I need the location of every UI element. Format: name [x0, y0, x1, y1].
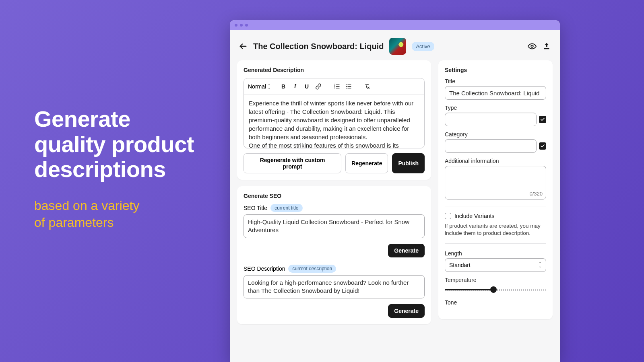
regenerate-custom-button[interactable]: Regenerate with custom prompt	[244, 153, 341, 173]
seo-title-label: SEO Title	[244, 205, 267, 211]
link-button[interactable]	[314, 82, 323, 91]
preview-eye-icon[interactable]	[528, 42, 537, 51]
additional-info-counter: 0/320	[529, 191, 543, 197]
svg-point-12	[346, 86, 347, 87]
bold-button[interactable]: B	[279, 82, 288, 91]
category-input[interactable]	[445, 139, 537, 153]
temperature-slider[interactable]	[445, 285, 546, 294]
type-label: Type	[445, 105, 546, 111]
include-variants-checkbox[interactable]	[445, 213, 451, 219]
additional-info-input[interactable]: 0/320	[445, 166, 546, 200]
underline-button[interactable]: U	[302, 82, 312, 91]
settings-title: Settings	[445, 67, 546, 73]
seo-description-label: SEO Description	[244, 265, 285, 272]
italic-button[interactable]: I	[290, 82, 300, 91]
hero-sub-1: based on a variety	[34, 198, 140, 213]
seo-description-generate-button[interactable]: Generate	[388, 304, 425, 318]
seo-title-input[interactable]	[244, 214, 425, 238]
svg-point-13	[346, 88, 347, 88]
svg-point-11	[346, 84, 347, 85]
rich-text-editor: Normal ⌃⌄ B I U 123	[244, 78, 425, 148]
window-dot-max[interactable]	[245, 24, 248, 27]
temperature-label: Temperature	[445, 277, 546, 283]
regenerate-button[interactable]: Regenerate	[345, 153, 388, 173]
publish-button[interactable]: Publish	[392, 153, 425, 173]
window-dot-min[interactable]	[240, 24, 243, 27]
generate-seo-card: Generate SEO SEO Title current title Gen…	[237, 186, 431, 324]
paragraph-style-select[interactable]: Normal ⌃⌄	[248, 83, 271, 90]
clear-formatting-button[interactable]	[362, 82, 372, 91]
include-variants-label: Include Variants	[454, 213, 494, 219]
slider-thumb[interactable]	[490, 286, 497, 293]
seo-description-chip: current description	[288, 265, 336, 273]
share-icon[interactable]	[542, 42, 551, 51]
divider-2	[445, 243, 546, 244]
length-value: Standart	[449, 262, 471, 268]
product-thumbnail[interactable]	[389, 38, 406, 55]
tone-label: Tone	[445, 299, 546, 306]
hero-line-3: descriptions	[34, 156, 166, 182]
settings-card: Settings Title Type Category	[438, 60, 553, 319]
category-include-toggle[interactable]	[539, 142, 546, 150]
seo-title-generate-button[interactable]: Generate	[388, 244, 425, 257]
additional-info-label: Additional information	[445, 158, 546, 164]
page-header: The Collection Snowboard: Liquid Active	[230, 30, 560, 60]
hero-sub-2: of parameters	[34, 215, 114, 230]
length-label: Length	[445, 250, 546, 257]
editor-toolbar: Normal ⌃⌄ B I U 123	[244, 78, 424, 95]
include-variants-help: If product variants are created, you may…	[445, 222, 546, 237]
browser-window: The Collection Snowboard: Liquid Active …	[230, 20, 560, 362]
paragraph-style-label: Normal	[248, 83, 266, 90]
hero-line-2: quality product	[34, 132, 194, 157]
seo-title-chip: current title	[270, 204, 302, 212]
length-select[interactable]: Standart	[445, 258, 546, 272]
seo-description-input[interactable]	[244, 275, 425, 299]
svg-point-1	[531, 45, 533, 47]
title-label: Title	[445, 78, 546, 84]
generated-description-title: Generated Description	[244, 67, 425, 73]
type-input[interactable]	[445, 113, 537, 126]
bullet-list-button[interactable]	[344, 82, 353, 91]
status-badge: Active	[412, 42, 434, 51]
editor-content[interactable]: Experience the thrill of winter sports l…	[244, 95, 424, 148]
window-dot-close[interactable]	[235, 24, 237, 27]
generate-seo-title: Generate SEO	[244, 193, 425, 199]
chevron-updown-icon: ⌃⌄	[268, 84, 271, 89]
hero-copy: Generate quality product descriptions ba…	[34, 107, 194, 231]
browser-titlebar	[230, 20, 560, 30]
generated-description-card: Generated Description Normal ⌃⌄ B I U	[237, 60, 431, 180]
divider	[445, 206, 546, 206]
category-label: Category	[445, 131, 546, 138]
back-arrow-icon[interactable]	[239, 42, 248, 51]
ordered-list-button[interactable]: 123	[332, 82, 342, 91]
hero-line-1: Generate	[34, 106, 130, 132]
type-include-toggle[interactable]	[539, 116, 546, 123]
title-input[interactable]	[445, 86, 546, 100]
page-title: The Collection Snowboard: Liquid	[253, 42, 384, 51]
svg-text:3: 3	[334, 87, 335, 89]
